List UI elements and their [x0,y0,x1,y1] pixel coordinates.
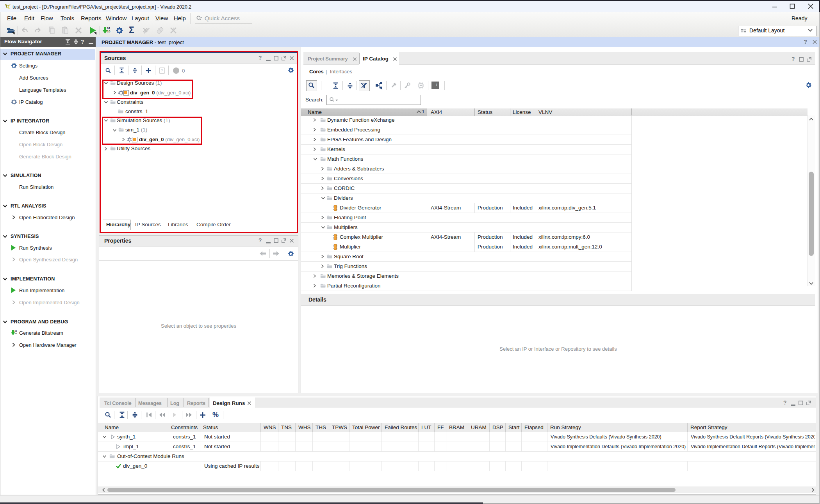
svg-text:10: 10 [107,30,110,33]
svg-text:10: 10 [14,332,17,335]
svg-text:01: 01 [14,330,17,332]
